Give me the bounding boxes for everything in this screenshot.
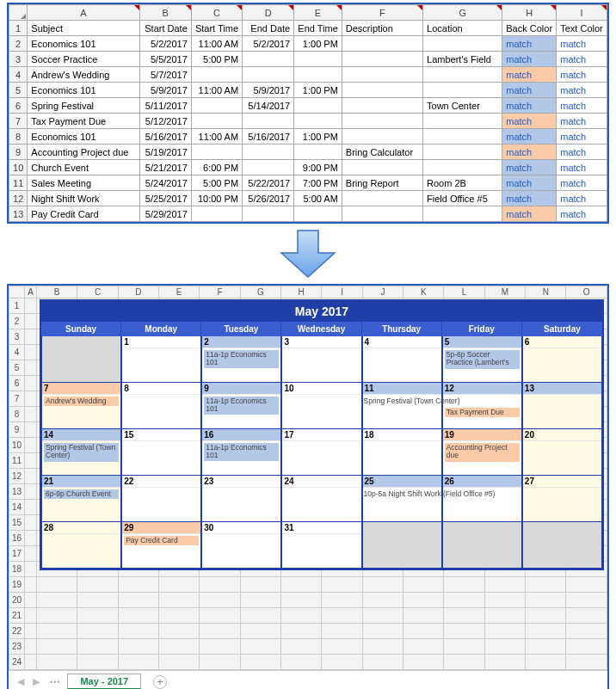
cell-back-color[interactable]: match <box>502 83 557 98</box>
hdr-description[interactable]: Description <box>342 21 422 36</box>
cal-empty-cell[interactable] <box>25 329 37 345</box>
cal-grid-row[interactable]: 23 <box>9 639 607 655</box>
cal-row-hdr[interactable]: 14 <box>9 500 25 515</box>
cell-end-time[interactable]: 1:00 PM <box>294 129 342 145</box>
cal-empty-cell[interactable] <box>444 639 484 655</box>
cell-description[interactable]: Bring Calculator <box>342 145 422 160</box>
cell-description[interactable] <box>342 36 422 52</box>
cell-end-time[interactable] <box>294 52 342 67</box>
cell-subject[interactable]: Soccer Practice <box>28 52 139 67</box>
cal-col-F[interactable]: F <box>200 286 240 298</box>
cell-start-time[interactable]: 11:00 AM <box>191 83 242 98</box>
cal-day-11[interactable]: 11 <box>362 383 442 429</box>
cal-day-4[interactable]: 4 <box>362 336 442 383</box>
cell-back-color[interactable]: match <box>502 114 557 129</box>
cal-row-hdr[interactable]: 18 <box>9 562 25 577</box>
table-row[interactable]: 6Spring Festival5/11/20175/14/2017Town C… <box>9 98 607 114</box>
cal-empty-cell[interactable] <box>362 655 403 670</box>
cell-start-date[interactable]: 5/25/2017 <box>139 191 191 206</box>
cal-empty-cell[interactable] <box>240 593 280 608</box>
cal-empty-cell[interactable] <box>200 593 240 608</box>
cal-day-29[interactable]: 29 Pay Credit Card <box>121 522 201 569</box>
cal-empty-cell[interactable] <box>159 608 200 624</box>
cal-empty-cell[interactable] <box>322 577 362 593</box>
cell-location[interactable] <box>423 206 502 222</box>
cal-row-hdr[interactable]: 23 <box>9 639 25 655</box>
cell-start-date[interactable]: 5/5/2017 <box>139 52 191 67</box>
table-header-row[interactable]: 1 Subject Start Date Start Time End Date… <box>9 21 607 36</box>
cell-back-color[interactable]: match <box>502 52 557 67</box>
cal-empty-cell[interactable] <box>566 655 607 670</box>
cell-start-time[interactable] <box>191 114 242 129</box>
event-night-shift-span[interactable]: 10p-5a Night Shift Work (Field Office #5… <box>362 489 521 499</box>
cell-description[interactable] <box>342 129 422 145</box>
cal-empty-cell[interactable] <box>240 639 280 655</box>
cell-end-date[interactable] <box>243 52 294 67</box>
cal-col-K[interactable]: K <box>403 286 444 298</box>
cal-empty-cell[interactable] <box>118 655 158 670</box>
event-tax-12[interactable]: Tax Payment Due <box>445 408 520 417</box>
cell-end-time[interactable]: 5:00 AM <box>294 191 342 206</box>
cal-row-hdr[interactable]: 20 <box>9 593 25 608</box>
cell-subject[interactable]: Accounting Project due <box>28 145 139 160</box>
cal-empty-cell[interactable] <box>25 546 37 562</box>
cal-empty-cell[interactable] <box>566 577 607 593</box>
cell-start-date[interactable]: 5/9/2017 <box>139 83 191 98</box>
event-soccer-5[interactable]: 5p-6p Soccer Practice (Lambert's <box>445 350 520 369</box>
cal-empty-cell[interactable] <box>25 562 37 577</box>
row-hdr[interactable]: 2 <box>9 36 28 52</box>
add-sheet-button[interactable]: + <box>153 675 167 689</box>
cell-text-color[interactable]: match <box>557 98 607 114</box>
cal-day-blank[interactable] <box>362 522 442 569</box>
cell-start-time[interactable] <box>191 67 242 83</box>
event-econ-16[interactable]: 11a-1p Economics 101 <box>204 443 279 461</box>
cal-day-18[interactable]: 18 <box>362 429 442 476</box>
cal-empty-cell[interactable] <box>526 624 566 639</box>
cal-day-16[interactable]: 16 11a-1p Economics 101 <box>201 429 281 476</box>
cal-day-27[interactable]: 27 <box>522 476 602 522</box>
event-wedding-7[interactable]: Andrew's Wedding <box>44 397 119 406</box>
col-A[interactable]: A <box>28 5 139 21</box>
cal-day-21[interactable]: 21 6p-9p Church Event <box>41 476 121 522</box>
cell-end-time[interactable] <box>294 206 342 222</box>
cal-day-13[interactable]: 13 <box>522 383 602 429</box>
cal-empty-cell[interactable] <box>281 593 322 608</box>
cal-empty-cell[interactable] <box>25 655 37 670</box>
cal-empty-cell[interactable] <box>484 593 525 608</box>
cell-location[interactable] <box>423 160 502 175</box>
cell-description[interactable] <box>342 98 422 114</box>
cal-empty-cell[interactable] <box>281 639 322 655</box>
cell-subject[interactable]: Pay Credit Card <box>28 206 139 222</box>
cal-empty-cell[interactable] <box>281 577 322 593</box>
cal-day-22[interactable]: 22 <box>121 476 201 522</box>
cal-day-14[interactable]: 14 Spring Festival (Town Center) <box>41 429 121 476</box>
cal-empty-cell[interactable] <box>403 655 444 670</box>
cal-empty-cell[interactable] <box>200 577 240 593</box>
cell-text-color[interactable]: match <box>557 145 607 160</box>
cell-location[interactable] <box>423 129 502 145</box>
table-row[interactable]: 5Economics 1015/9/201711:00 AM5/9/20171:… <box>9 83 607 98</box>
cal-row-hdr[interactable]: 4 <box>9 345 25 360</box>
cell-back-color[interactable]: match <box>502 160 557 175</box>
event-spring-14[interactable]: Spring Festival (Town Center) <box>44 443 119 462</box>
cell-start-time[interactable]: 11:00 AM <box>191 129 242 145</box>
cal-day-8[interactable]: 8 <box>121 383 201 429</box>
cal-empty-cell[interactable] <box>362 639 403 655</box>
cal-day-blank[interactable] <box>522 522 602 569</box>
cal-row-hdr[interactable]: 3 <box>9 329 25 345</box>
cal-empty-cell[interactable] <box>526 608 566 624</box>
row-hdr[interactable]: 11 <box>9 175 28 191</box>
cal-col-N[interactable]: N <box>526 286 566 298</box>
cell-location[interactable]: Lambert's Field <box>423 52 502 67</box>
cal-row-hdr[interactable]: 15 <box>9 515 25 531</box>
cell-end-time[interactable] <box>294 98 342 114</box>
cal-empty-cell[interactable] <box>159 624 200 639</box>
cell-end-time[interactable] <box>294 145 342 160</box>
table-row[interactable]: 7Tax Payment Due5/12/2017matchmatch <box>9 114 607 129</box>
table-row[interactable]: 10Church Event5/21/20176:00 PM9:00 PMmat… <box>9 160 607 175</box>
cell-subject[interactable]: Sales Meeting <box>28 175 139 191</box>
cell-back-color[interactable]: match <box>502 175 557 191</box>
cal-col-L[interactable]: L <box>444 286 484 298</box>
cal-empty-cell[interactable] <box>526 655 566 670</box>
row-hdr[interactable]: 9 <box>9 145 28 160</box>
